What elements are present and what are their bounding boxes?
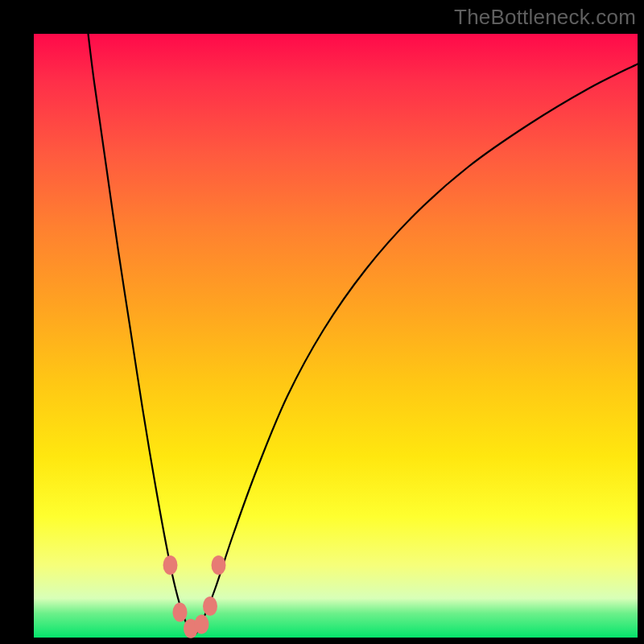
curve-layer: [34, 34, 638, 638]
watermark-text: TheBottleneck.com: [454, 5, 636, 30]
dot-mid-right: [195, 615, 209, 634]
curve-markers: [163, 555, 226, 638]
bottleneck-curve: [89, 34, 638, 634]
dot-right-lower: [203, 597, 217, 616]
dot-right-upper: [212, 555, 226, 575]
dot-left-upper: [163, 555, 178, 575]
dot-left-lower: [173, 603, 188, 622]
chart-frame: TheBottleneck.com: [0, 0, 644, 644]
plot-area: [34, 34, 638, 638]
